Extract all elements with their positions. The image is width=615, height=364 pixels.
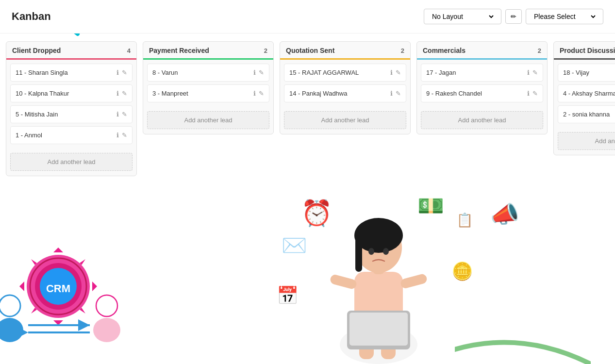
edit-icon[interactable]: ✎ <box>532 90 538 97</box>
column-items-client-dropped: 11 - Sharan Singlaℹ✎10 - Kalpna Thakurℹ✎… <box>6 60 136 151</box>
column-header-client-dropped: Client Dropped4 <box>6 42 136 60</box>
column-items-commercials: 17 - Jaganℹ✎9 - Rakesh Chandelℹ✎ <box>417 60 547 109</box>
add-lead-button[interactable]: Add another lead <box>421 111 543 129</box>
kanban-column-client-dropped: Client Dropped411 - Sharan Singlaℹ✎10 - … <box>6 41 137 176</box>
column-count-commercials: 2 <box>538 47 541 54</box>
filter-dropdown[interactable]: Please Select Option 1 Option 2 <box>526 9 603 24</box>
info-icon[interactable]: ℹ <box>527 90 530 97</box>
column-header-quotation-sent: Quotation Sent2 <box>280 42 410 60</box>
column-title-quotation-sent: Quotation Sent <box>286 47 334 54</box>
table-row[interactable]: 8 - Varunℹ✎ <box>147 64 269 82</box>
filter-select[interactable]: Please Select Option 1 Option 2 <box>532 12 597 21</box>
kanban-header: Kanban No Layout Grid Layout List Layout… <box>0 0 615 33</box>
info-icon[interactable]: ℹ <box>253 90 256 97</box>
column-count-quotation-sent: 2 <box>401 47 404 54</box>
table-row[interactable]: 15 - RAJAT AGGARWALℹ✎ <box>284 64 406 82</box>
lead-name: 4 - Akshay Sharma <box>563 90 615 97</box>
lead-actions: ℹ✎ <box>116 111 127 118</box>
table-row[interactable]: 3 - Manpreetℹ✎ <box>147 84 269 102</box>
edit-icon[interactable]: ✎ <box>259 69 264 76</box>
add-lead-button[interactable]: Add another lead <box>558 132 615 150</box>
lead-actions: ℹ✎ <box>116 90 127 97</box>
edit-icon[interactable]: ✎ <box>122 132 127 139</box>
table-row[interactable]: 4 - Akshay Sharmaℹ✎ <box>558 84 615 102</box>
lead-name: 11 - Sharan Singla <box>16 69 116 76</box>
table-row[interactable]: 5 - Mitisha Jainℹ✎ <box>10 105 133 123</box>
column-items-quotation-sent: 15 - RAJAT AGGARWALℹ✎14 - Pankaj Wadhwaℹ… <box>280 60 410 109</box>
kanban-column-commercials: Commercials217 - Jaganℹ✎9 - Rakesh Chand… <box>416 41 548 134</box>
kanban-column-quotation-sent: Quotation Sent215 - RAJAT AGGARWALℹ✎14 -… <box>280 41 411 134</box>
column-items-product-discussion: 18 - Vijayℹ✎4 - Akshay Sharmaℹ✎2 - sonia… <box>554 60 615 130</box>
lead-actions: ℹ✎ <box>253 90 264 97</box>
column-header-payment-received: Payment Received2 <box>143 42 273 60</box>
pencil-icon: ✏ <box>511 13 516 20</box>
edit-icon[interactable]: ✎ <box>259 90 264 97</box>
table-row[interactable]: 11 - Sharan Singlaℹ✎ <box>10 64 133 82</box>
table-row[interactable]: 10 - Kalpna Thakurℹ✎ <box>10 84 133 102</box>
info-icon[interactable]: ℹ <box>253 69 256 76</box>
layout-select[interactable]: No Layout Grid Layout List Layout <box>430 12 495 21</box>
table-row[interactable]: 1 - Anmolℹ✎ <box>10 126 133 144</box>
column-items-payment-received: 8 - Varunℹ✎3 - Manpreetℹ✎ <box>143 60 273 109</box>
page-title: Kanban <box>12 10 418 23</box>
column-header-product-discussion: Product Discussion3 <box>554 42 615 60</box>
column-title-payment-received: Payment Received <box>149 47 209 54</box>
lead-name: 14 - Pankaj Wadhwa <box>289 90 390 97</box>
table-row[interactable]: 9 - Rakesh Chandelℹ✎ <box>421 84 543 102</box>
column-title-client-dropped: Client Dropped <box>12 47 61 54</box>
column-count-client-dropped: 4 <box>127 47 131 54</box>
lead-actions: ℹ✎ <box>116 69 127 76</box>
info-icon[interactable]: ℹ <box>390 69 393 76</box>
column-count-payment-received: 2 <box>264 47 267 54</box>
edit-icon[interactable]: ✎ <box>396 90 401 97</box>
edit-icon[interactable]: ✎ <box>532 69 538 76</box>
layout-dropdown[interactable]: No Layout Grid Layout List Layout <box>424 9 501 24</box>
lead-name: 2 - sonia khanna <box>563 111 615 118</box>
lead-name: 8 - Varun <box>152 69 253 76</box>
lead-name: 5 - Mitisha Jain <box>16 111 116 118</box>
kanban-column-product-discussion: Product Discussion318 - Vijayℹ✎4 - Aksha… <box>553 41 615 155</box>
info-icon[interactable]: ℹ <box>390 90 393 97</box>
edit-layout-button[interactable]: ✏ <box>505 9 522 24</box>
lead-actions: ℹ✎ <box>390 69 401 76</box>
header-controls: No Layout Grid Layout List Layout ✏ Plea… <box>424 9 603 24</box>
column-title-product-discussion: Product Discussion <box>560 47 615 54</box>
lead-actions: ℹ✎ <box>390 90 401 97</box>
table-row[interactable]: 17 - Jaganℹ✎ <box>421 64 543 82</box>
add-lead-button[interactable]: Add another lead <box>284 111 406 129</box>
info-icon[interactable]: ℹ <box>116 90 119 97</box>
lead-actions: ℹ✎ <box>527 90 538 97</box>
column-header-commercials: Commercials2 <box>417 42 547 60</box>
info-icon[interactable]: ℹ <box>116 132 119 139</box>
lead-name: 15 - RAJAT AGGARWAL <box>289 69 390 76</box>
lead-actions: ℹ✎ <box>116 132 127 139</box>
info-icon[interactable]: ℹ <box>527 69 530 76</box>
lead-name: 3 - Manpreet <box>152 90 253 97</box>
lead-name: 18 - Vijay <box>563 69 615 76</box>
table-row[interactable]: 2 - sonia khannaℹ✎ <box>558 105 615 123</box>
lead-actions: ℹ✎ <box>527 69 538 76</box>
lead-name: 10 - Kalpna Thakur <box>16 90 116 97</box>
lead-name: 17 - Jagan <box>426 69 527 76</box>
lead-name: 9 - Rakesh Chandel <box>426 90 527 97</box>
add-lead-button[interactable]: Add another lead <box>10 153 133 171</box>
lead-name: 1 - Anmol <box>16 132 116 139</box>
table-row[interactable]: 14 - Pankaj Wadhwaℹ✎ <box>284 84 406 102</box>
column-title-commercials: Commercials <box>423 47 465 54</box>
edit-icon[interactable]: ✎ <box>396 69 401 76</box>
edit-icon[interactable]: ✎ <box>122 69 127 76</box>
info-icon[interactable]: ℹ <box>116 111 119 118</box>
lead-actions: ℹ✎ <box>253 69 264 76</box>
kanban-board: Client Dropped411 - Sharan Singlaℹ✎10 - … <box>0 33 615 364</box>
edit-icon[interactable]: ✎ <box>122 90 127 97</box>
kanban-column-payment-received: Payment Received28 - Varunℹ✎3 - Manpreet… <box>143 41 274 134</box>
table-row[interactable]: 18 - Vijayℹ✎ <box>558 64 615 82</box>
info-icon[interactable]: ℹ <box>116 69 119 76</box>
add-lead-button[interactable]: Add another lead <box>147 111 269 129</box>
edit-icon[interactable]: ✎ <box>122 111 127 118</box>
